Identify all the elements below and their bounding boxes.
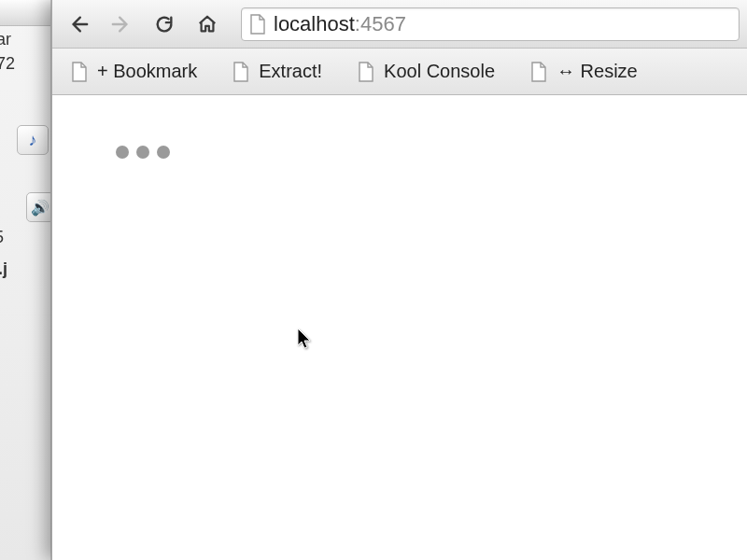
url-host: localhost	[274, 12, 355, 35]
bookmark-resize[interactable]: ↔ Resize	[525, 57, 643, 86]
page-icon	[71, 62, 88, 82]
bookmark-label: + Bookmark	[97, 61, 197, 82]
page-icon	[233, 62, 249, 82]
forward-button[interactable]	[103, 7, 140, 41]
address-bar[interactable]: localhost:4567	[241, 7, 740, 41]
bookmark-kool-console[interactable]: Kool Console	[352, 57, 500, 86]
background-app-button[interactable]: 🔊	[26, 192, 51, 222]
bg-text-fragment: ar	[0, 30, 11, 49]
speaker-icon: 🔊	[31, 199, 49, 217]
bg-text-fragment: 72	[0, 54, 15, 74]
arrow-left-icon	[68, 14, 89, 35]
arrow-right-icon	[111, 14, 132, 35]
bookmark-label: ↔ Resize	[557, 61, 638, 82]
bookmark-extract[interactable]: Extract!	[227, 57, 328, 86]
bg-text-fragment: 5	[0, 228, 4, 247]
background-app-button[interactable]: ♪	[17, 125, 49, 155]
page-content	[52, 95, 747, 560]
bg-text-fragment: .j	[0, 259, 7, 279]
music-note-icon: ♪	[29, 131, 37, 150]
url-port: 4567	[360, 12, 406, 35]
navigation-toolbar: localhost:4567	[52, 0, 747, 49]
bookmarks-bar: + Bookmark Extract! Kool Console ↔ Resiz…	[52, 49, 747, 95]
back-button[interactable]	[60, 7, 97, 41]
home-button[interactable]	[189, 7, 226, 41]
page-icon	[530, 62, 547, 82]
background-window: ar 72 ♪ 🔊 5 .j	[0, 0, 51, 560]
loading-dots	[116, 146, 170, 159]
bookmark-add[interactable]: + Bookmark	[65, 57, 203, 86]
browser-window: localhost:4567 + Bookmark Extract! Kool …	[51, 0, 747, 560]
dot-icon	[157, 146, 170, 159]
reload-button[interactable]	[146, 7, 183, 41]
dot-icon	[116, 146, 129, 159]
page-icon	[358, 62, 374, 82]
bookmark-label: Extract!	[259, 61, 322, 82]
url-text: localhost:4567	[274, 12, 406, 36]
reload-icon	[154, 14, 175, 35]
dot-icon	[136, 146, 149, 159]
home-icon	[197, 14, 218, 35]
page-icon	[249, 14, 266, 35]
bookmark-label: Kool Console	[384, 61, 495, 82]
